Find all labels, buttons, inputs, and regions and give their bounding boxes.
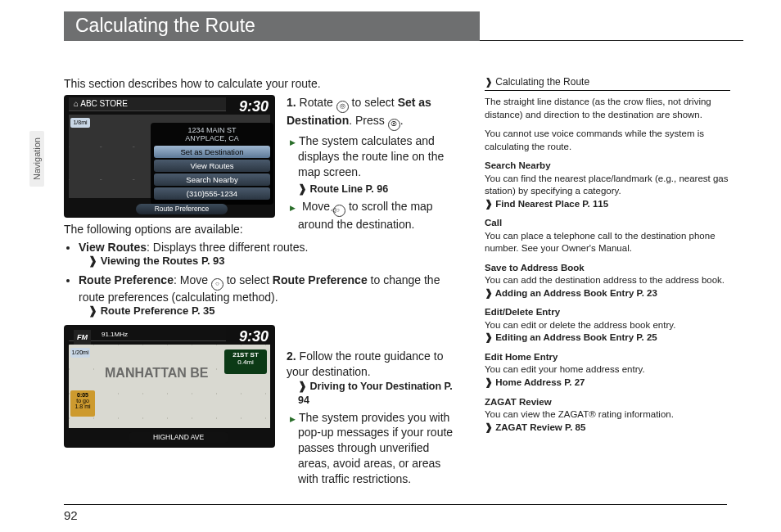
page-header: Calculating the Route [64,11,743,41]
sidebar-call: Call You can place a telephone call to t… [485,217,730,255]
map-area-label: MANHATTAN BE [105,366,209,381]
option-route-preference: Route Preference: Move ○ to select Route… [79,273,465,317]
option-view-routes: View Routes: Displays three different ro… [79,241,465,267]
sidebar-zagat-review: ZAGAT Review You can view the ZAGAT® rat… [485,396,730,435]
step2-sub1: The system provides you with pop-up mess… [287,410,463,487]
menu-view-routes[interactable]: View Routes [154,160,270,172]
screenshot1-titlebar: ⌂ ABC STORE [69,97,226,111]
menu-set-as-destination[interactable]: Set as Destination [154,146,270,158]
xref-route-line: Route Line P. 96 [298,183,463,196]
clock: 9:30 [239,328,269,345]
joystick-scroll-icon: ◁○ [333,205,345,217]
sidebar-p2: You cannot use voice commands while the … [485,128,730,153]
route-preference-button[interactable]: Route Preference [136,204,228,214]
clock: 9:30 [239,98,269,115]
fm-badge: FM [74,330,91,345]
press-icon: ⦿ [388,119,400,131]
step1-sub2: Move ◁○ to scroll the map around the des… [287,199,463,232]
xref-driving: Driving to Your Destination P. 94 [298,380,463,408]
page-number: 92 [64,504,727,522]
sidebar-save-address-book: Save to Address Book You can add the des… [485,262,730,300]
section-tab: Navigation [29,131,44,187]
menu-search-nearby[interactable]: Search Nearby [154,174,270,186]
eta-box: 0:05 to go 1.8 mi [70,390,95,417]
step-2: 2. Follow the route guidance to your des… [287,349,463,489]
next-turn-box: 21ST ST 0.4mi [224,349,267,374]
sidebar-edit-home-entry: Edit Home Entry You can edit your home a… [485,351,730,390]
info-sidebar: ❱ Calculating the Route The straight lin… [485,75,730,434]
menu-call-number[interactable]: (310)555-1234 [154,187,270,200]
nav-screenshot-1: ⌂ ABC STORE 9:30 1/8mi 1234 MAIN ST ANYP… [64,95,275,218]
options-list: View Routes: Displays three different ro… [64,241,465,317]
home-icon: ⌂ [74,99,79,108]
step-1: 1. Rotate ◎ to select Set as Destination… [287,95,463,234]
address-line: 1234 MAIN ST ANYPLACE, CA [154,126,270,142]
map-scale: 1/20mi [70,348,90,358]
map-scale: 1/8mi [70,118,90,128]
destination-menu: 1234 MAIN ST ANYPLACE, CA Set as Destina… [151,123,273,205]
xref-viewing-routes: Viewing the Routes P. 93 [88,255,225,267]
rotary-icon: ◎ [336,101,349,113]
radio-freq: 91.1MHz [102,331,128,338]
current-street-banner: HIGHLAND AVE [129,432,228,443]
sidebar-search-nearby: Search Nearby You can find the nearest p… [485,160,730,210]
sidebar-title-icon: ❱ [485,76,493,88]
page-title: Calculating the Route [64,11,480,41]
screenshot2-titlebar: FM 91.1MHz [69,327,226,341]
joystick-icon: ○ [211,278,223,291]
header-rule [480,26,743,41]
step1-sub1: The system calculates and displays the r… [287,133,463,180]
poi-name: ABC STORE [80,99,128,108]
xref-route-preference: Route Preference P. 35 [88,304,215,317]
sidebar-title: ❱ Calculating the Route [485,75,730,91]
nav-screenshot-2: FM 91.1MHz 9:30 1/20mi MANHATTAN BE 0:05… [64,325,275,448]
sidebar-p1: The straight line distance (as the crow … [485,96,730,121]
intro-text: This section describes how to calculate … [64,77,465,90]
sidebar-edit-delete-entry: Edit/Delete Entry You can edit or delete… [485,306,730,345]
